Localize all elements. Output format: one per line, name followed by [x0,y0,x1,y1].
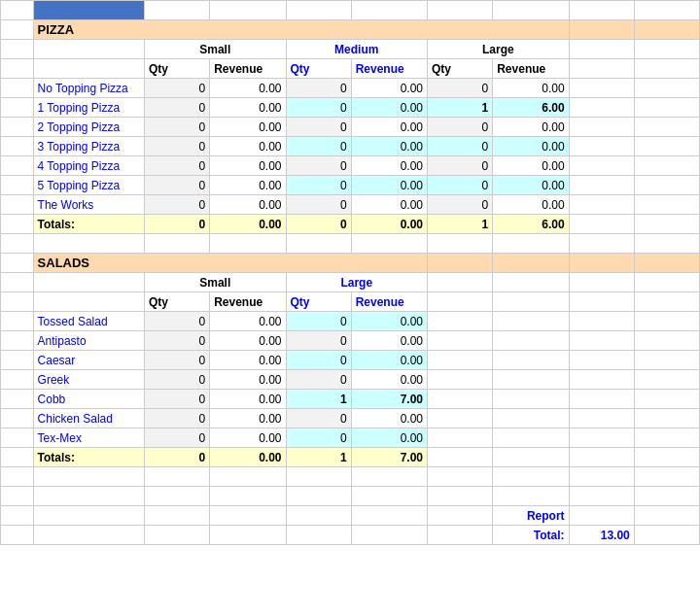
empty-cell [569,118,634,137]
salad-large-qty: 0 [286,312,351,331]
empty-cell [1,234,34,254]
empty-cell [634,331,699,351]
salad-small-qty: 0 [144,312,209,331]
empty-cell [634,467,699,487]
salads-totals-small-rev: 0.00 [210,448,286,467]
pizza-totals-label: Totals: [33,215,144,234]
pizza-totals-med-rev: 0.00 [351,215,427,234]
pizza-small-rev: 0.00 [210,156,286,176]
empty-cell [634,137,699,156]
table-row: Tossed Salad 0 0.00 0 0.00 [1,312,700,331]
pizza-med-qty: 0 [286,195,351,215]
empty-cell [428,331,493,351]
pizza-item-name: 3 Topping Pizza [33,137,144,156]
empty-cell [569,156,634,176]
pizza-item-name: No Topping Pizza [33,79,144,98]
empty-cell [569,40,634,59]
empty-cell [144,506,209,526]
empty-cell [1,506,34,526]
empty-cell [144,1,209,20]
empty-cell [569,312,634,331]
empty-cell [1,409,34,428]
pizza-small-rev: 0.00 [210,176,286,195]
salad-large-rev: 0.00 [351,351,427,370]
pizza-large-qty: 0 [428,156,493,176]
pizza-large-qty: 0 [428,176,493,195]
empty-cell [428,292,493,312]
empty-cell [634,351,699,370]
pizza-small-rev: 0.00 [210,98,286,118]
empty-cell [428,312,493,331]
header-blue [33,1,144,20]
empty-cell [569,487,634,506]
pizza-med-qty: 0 [286,176,351,195]
pizza-small-header: Small [144,40,286,59]
empty-cell [33,40,144,59]
report-total-value: 13.00 [569,526,634,545]
salads-large-header: Large [286,273,428,292]
salad-large-rev: 0.00 [351,331,427,351]
table-row: 2 Topping Pizza 0 0.00 0 0.00 0 0.00 [1,118,700,137]
empty-cell [634,273,699,292]
empty-cell [569,254,634,273]
empty-cell [1,428,34,448]
empty-cell [493,487,569,506]
empty-cell [634,409,699,428]
empty-cell [634,98,699,118]
empty-cell [569,448,634,467]
empty-cell [493,234,569,254]
empty-cell [569,215,634,234]
table-row: 5 Topping Pizza 0 0.00 0 0.00 0 0.00 [1,176,700,195]
empty-cell [286,506,351,526]
empty-cell [569,428,634,448]
pizza-section-label: PIZZA [33,20,569,40]
empty-cell [1,20,34,40]
empty-cell [634,487,699,506]
report-label: Report [493,506,569,526]
empty-cell [634,20,699,40]
empty-cell [33,526,144,545]
pizza-large-rev: 0.00 [493,79,569,98]
salads-totals-row: Totals: 0 0.00 1 7.00 [1,448,700,467]
salads-col-qty-s: Qty [144,292,209,312]
pizza-small-rev: 0.00 [210,195,286,215]
salad-small-rev: 0.00 [210,370,286,390]
empty-cell [210,506,286,526]
empty-cell [634,176,699,195]
pizza-large-qty: 0 [428,137,493,156]
empty-cell [1,137,34,156]
spacer-row [1,467,700,487]
empty-cell [33,59,144,79]
salad-large-rev: 0.00 [351,370,427,390]
empty-cell [351,526,427,545]
empty-cell [493,448,569,467]
empty-cell [428,448,493,467]
empty-cell [1,59,34,79]
empty-cell [210,467,286,487]
salads-col-qty-l: Qty [286,292,351,312]
table-row: The Works 0 0.00 0 0.00 0 0.00 [1,195,700,215]
empty-cell [210,234,286,254]
empty-cell [493,1,569,20]
empty-cell [33,234,144,254]
empty-cell [569,1,634,20]
empty-cell [428,273,493,292]
pizza-med-qty: 0 [286,118,351,137]
salads-totals-small-qty: 0 [144,448,209,467]
pizza-small-qty: 0 [144,176,209,195]
pizza-col-qty-m: Qty [286,59,351,79]
pizza-totals-large-rev: 6.00 [493,215,569,234]
salad-large-qty: 0 [286,428,351,448]
empty-cell [1,331,34,351]
salad-large-qty: 0 [286,351,351,370]
empty-cell [569,98,634,118]
empty-cell [351,506,427,526]
pizza-large-qty: 0 [428,118,493,137]
salads-totals-label: Totals: [33,448,144,467]
salad-small-qty: 0 [144,370,209,390]
pizza-med-rev: 0.00 [351,98,427,118]
salad-item-name: Tossed Salad [33,312,144,331]
salad-large-rev: 0.00 [351,312,427,331]
empty-cell [493,467,569,487]
empty-cell [634,390,699,409]
